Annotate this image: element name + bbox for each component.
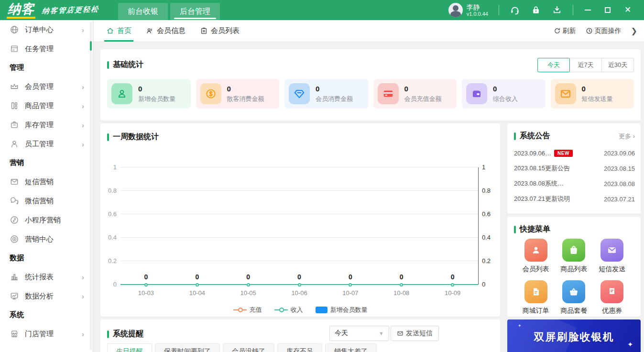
reminder-tab-low-sales[interactable]: 销售太差了 — [325, 343, 377, 352]
promo-banner[interactable]: 双屏刷脸收银机 ✦ ✦ — [507, 319, 641, 352]
sidebar-item-order-center[interactable]: 订单中心 › — [0, 20, 93, 39]
chevron-right-icon: › — [82, 102, 84, 110]
close-button[interactable]: ✕ — [624, 6, 632, 14]
sidebar-item-statistics-report[interactable]: 统计报表 › — [0, 267, 93, 286]
stat-value: 0 — [138, 85, 175, 93]
announcement-date: 2023.08.08 — [604, 180, 635, 187]
refresh-button[interactable]: 刷新 — [554, 27, 576, 35]
reminder-tabs: 生日提醒 保养时间要到了 会员没钱了 库存不足 销售太差了 — [107, 343, 377, 352]
sidebar-item-label: 任务管理 — [25, 44, 54, 54]
chevron-right-icon: › — [82, 83, 84, 91]
chevron-right-icon: › — [82, 121, 84, 129]
quick-item-label: 优惠券 — [602, 307, 622, 315]
send-sms-label: 发送短信 — [406, 329, 433, 338]
maximize-button[interactable] — [604, 6, 611, 14]
sidebar-scrollbar-track[interactable] — [90, 22, 92, 350]
sidebar-item-store-management[interactable]: 门店管理 › — [0, 324, 93, 343]
sidebar-item-inventory-management[interactable]: 库存管理 › — [0, 115, 93, 134]
user-avatar — [448, 3, 463, 17]
caret-down-icon: ▼ — [379, 330, 384, 336]
quick-product-package[interactable]: 商品套餐 — [555, 280, 593, 315]
mail-icon — [10, 177, 19, 187]
nav-tab-backoffice[interactable]: 后台管理 — [170, 3, 220, 20]
legend-income[interactable]: 收入 — [274, 306, 303, 314]
sidebar-scrollbar-thumb[interactable] — [90, 41, 92, 51]
lock-icon[interactable] — [531, 5, 541, 15]
y-tick-left: 0.6 — [108, 210, 117, 218]
sidebar-item-data-analysis[interactable]: 数据分析 › — [0, 286, 93, 306]
document-icon — [524, 280, 547, 303]
send-sms-button[interactable]: 发送短信 — [391, 326, 439, 341]
reminder-tab-low-balance[interactable]: 会员没钱了 — [223, 343, 274, 352]
sidebar-section-marketing: 营销 — [0, 154, 93, 172]
sidebar-item-sms-marketing[interactable]: 短信营销 — [0, 172, 93, 191]
refresh-label: 刷新 — [563, 27, 576, 35]
sidebar-item-miniprogram-marketing[interactable]: 小程序营销 — [0, 210, 93, 230]
range-button-7days[interactable]: 近7天 — [569, 58, 602, 72]
stat-label: 短信发送量 — [582, 95, 613, 103]
quick-coupon[interactable]: 优惠券 — [593, 280, 631, 315]
coin-icon — [200, 83, 221, 104]
reminder-tab-maintenance[interactable]: 保养时间要到了 — [155, 343, 220, 352]
more-link[interactable]: 更多 › — [619, 132, 635, 141]
quick-member-list[interactable]: 会员列表 — [517, 239, 555, 274]
download-icon[interactable] — [552, 5, 562, 15]
legend-new-members[interactable]: 新增会员数量 — [316, 306, 368, 314]
reminder-date-select[interactable]: 今天 ▼ — [329, 326, 389, 341]
page-actions-button[interactable]: 页面操作 — [586, 27, 622, 35]
announcement-item[interactable]: 2023.08.08系统… 2023.08.08 — [514, 176, 635, 191]
line-marker-icon — [233, 309, 247, 310]
range-button-30days[interactable]: 近30天 — [601, 58, 634, 72]
sidebar-item-marketing-center[interactable]: 营销中心 — [0, 230, 93, 249]
stat-card-member-recharge[interactable]: 0会员充值金额 — [373, 79, 457, 109]
sidebar-item-label: 数据分析 — [25, 292, 54, 301]
stat-value: 0 — [316, 85, 353, 93]
sidebar-item-label: 库存管理 — [25, 121, 54, 130]
range-button-today[interactable]: 今天 — [537, 58, 570, 72]
tab-member-list[interactable]: 会员列表 — [199, 20, 240, 42]
sidebar-item-member-management[interactable]: 会员管理 › — [0, 77, 93, 96]
quick-product-list[interactable]: 商品列表 — [555, 239, 593, 274]
chevron-right-icon[interactable]: ❯ — [631, 26, 638, 35]
sidebar-item-staff-management[interactable]: 员工管理 › — [0, 134, 93, 154]
legend-recharge[interactable]: 充值 — [233, 306, 262, 314]
announcement-item[interactable]: 2023.07.21更新说明 2023.07.21 — [514, 191, 635, 207]
sidebar-item-wechat-marketing[interactable]: 微信营销 — [0, 191, 93, 210]
task-icon — [10, 44, 19, 54]
quick-sms-send[interactable]: 短信发送 — [593, 239, 631, 274]
sidebar-item-task-management[interactable]: 任务管理 — [0, 39, 93, 58]
stat-value: 0 — [404, 85, 442, 93]
announcement-item[interactable]: 2023.08.15更新公告 2023.08.15 — [514, 161, 635, 176]
nav-tab-frontdesk[interactable]: 前台收银 — [118, 3, 168, 20]
x-axis-labels: 10-0310-0410-0510-0610-0710-0810-09 — [120, 289, 478, 297]
reminder-tab-birthday[interactable]: 生日提醒 — [107, 343, 152, 352]
sidebar-item-label: 统计报表 — [25, 273, 54, 282]
chevron-right-icon: › — [82, 330, 84, 338]
basket-icon — [562, 280, 585, 303]
quick-item-label: 商品列表 — [560, 265, 587, 274]
stat-card-member-spend[interactable]: 0会员消费金额 — [284, 79, 368, 109]
sidebar-section-data: 数据 — [0, 249, 93, 267]
customer-service-icon[interactable] — [510, 5, 520, 15]
stat-card-sms-sent[interactable]: 0短信发送量 — [551, 79, 634, 109]
user-box[interactable]: 李静 v1.0.0.44 — [448, 3, 488, 17]
stat-card-new-members[interactable]: 0新增会员数量 — [107, 79, 191, 109]
home-icon — [106, 27, 114, 35]
y-tick-right: 0.2 — [482, 257, 491, 264]
stat-card-guest-spend[interactable]: 0散客消费金额 — [196, 79, 280, 109]
quick-mall-orders[interactable]: 商城订单 — [517, 280, 555, 315]
app-window: 纳客 纳客管店更轻松 前台收银 后台管理 李静 v1.0.0.44 — [0, 0, 644, 352]
tab-home[interactable]: 首页 — [105, 20, 132, 42]
chevron-right-icon: › — [82, 273, 84, 281]
sidebar-item-product-management[interactable]: 商品管理 › — [0, 96, 93, 115]
announcement-item[interactable]: 2023.09.06…NEW 2023.09.06 — [514, 145, 635, 161]
shopping-bag-icon — [562, 239, 585, 262]
envelope-icon — [397, 330, 404, 337]
inventory-icon — [10, 120, 19, 130]
stat-card-total-income[interactable]: 0综合收入 — [462, 79, 546, 109]
reminder-tab-low-stock[interactable]: 库存不足 — [277, 343, 322, 352]
topbar-divider — [573, 5, 573, 15]
y-tick-left: 1 — [113, 164, 117, 171]
tab-member-info[interactable]: 会员信息 — [145, 20, 186, 42]
minimize-button[interactable] — [584, 6, 591, 14]
